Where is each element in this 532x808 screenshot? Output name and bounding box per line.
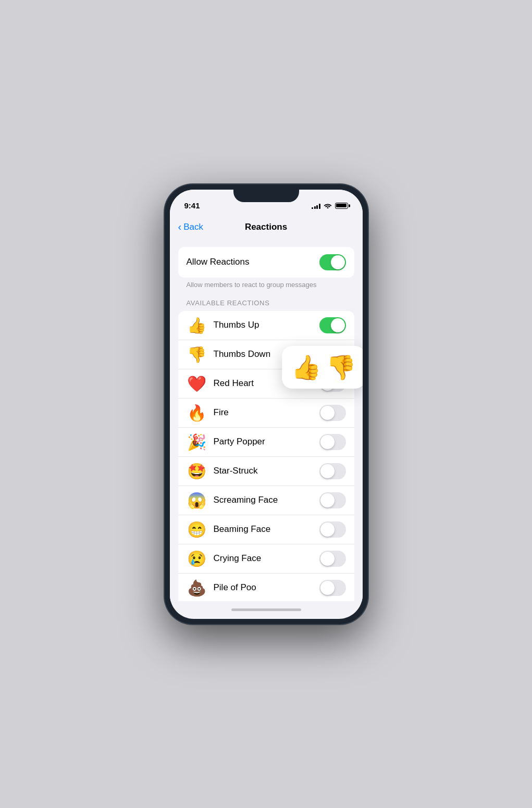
page-title: Reactions bbox=[245, 222, 287, 232]
reaction-emoji: 🎉 bbox=[187, 433, 207, 451]
reaction-emoji: 😱 bbox=[187, 491, 207, 509]
reaction-name: Party Popper bbox=[214, 437, 313, 447]
notch bbox=[233, 184, 299, 202]
reaction-row: 🎉Party Popper bbox=[178, 428, 354, 457]
reaction-emoji: ❤️ bbox=[187, 375, 207, 393]
thumbs-down-tooltip-emoji: 👎 bbox=[326, 353, 356, 381]
reaction-emoji: 😢 bbox=[187, 550, 207, 568]
reaction-toggle[interactable] bbox=[319, 405, 346, 421]
allow-reactions-description: Allow members to react to group messages bbox=[187, 281, 354, 289]
reaction-name: Star-Struck bbox=[214, 466, 313, 476]
reaction-row: 😢Crying Face bbox=[178, 544, 354, 574]
thumbs-up-tooltip-emoji: 👍 bbox=[291, 353, 321, 381]
reaction-row: 👍Thumbs Up bbox=[178, 311, 354, 340]
tooltip-overlay: 👍 👎 bbox=[282, 346, 363, 389]
nav-bar: ‹ Back Reactions bbox=[170, 216, 363, 239]
reaction-emoji: 😁 bbox=[187, 520, 207, 539]
chevron-left-icon: ‹ bbox=[178, 221, 182, 233]
toggle-knob bbox=[320, 552, 335, 566]
phone-screen: 9:41 bbox=[170, 190, 363, 619]
reaction-row: 😱Screaming Face bbox=[178, 486, 354, 515]
allow-reactions-card: Allow Reactions bbox=[178, 247, 354, 278]
phone-frame: 9:41 bbox=[165, 184, 368, 624]
allow-reactions-section: Allow Reactions Allow members to react t… bbox=[170, 247, 363, 289]
status-icons bbox=[312, 202, 348, 210]
reaction-name: Fire bbox=[214, 407, 313, 418]
home-bar bbox=[231, 608, 301, 611]
toggle-knob bbox=[320, 523, 335, 537]
reaction-emoji: 🔥 bbox=[187, 404, 207, 422]
reaction-row: 😁Beaming Face bbox=[178, 515, 354, 544]
wifi-icon bbox=[324, 202, 332, 210]
reaction-row: 🤩Star-Struck bbox=[178, 457, 354, 486]
toggle-knob bbox=[320, 493, 335, 507]
reaction-emoji: 💩 bbox=[187, 579, 207, 597]
reaction-toggle[interactable] bbox=[319, 317, 346, 333]
reaction-name: Screaming Face bbox=[214, 495, 313, 505]
home-indicator bbox=[170, 601, 363, 619]
allow-reactions-toggle[interactable] bbox=[319, 254, 346, 270]
signal-icon bbox=[312, 203, 320, 209]
toggle-knob bbox=[331, 255, 345, 269]
available-reactions-header: AVAILABLE REACTIONS bbox=[187, 299, 346, 307]
reaction-toggle[interactable] bbox=[319, 434, 346, 450]
reaction-toggle[interactable] bbox=[319, 521, 346, 538]
toggle-knob bbox=[320, 435, 335, 449]
content-area: Allow Reactions Allow members to react t… bbox=[170, 239, 363, 601]
battery-icon bbox=[335, 203, 348, 209]
reaction-name: Crying Face bbox=[214, 553, 313, 564]
reaction-name: Pile of Poo bbox=[214, 582, 313, 593]
reaction-toggle[interactable] bbox=[319, 580, 346, 596]
reaction-name: Beaming Face bbox=[214, 524, 313, 534]
reaction-toggle[interactable] bbox=[319, 463, 346, 479]
toggle-knob bbox=[320, 406, 335, 420]
allow-reactions-label: Allow Reactions bbox=[187, 257, 250, 267]
emoji-tooltip: 👍 👎 bbox=[282, 346, 363, 389]
reaction-name: Thumbs Up bbox=[214, 320, 313, 330]
toggle-knob bbox=[320, 464, 335, 478]
back-button[interactable]: ‹ Back bbox=[178, 221, 203, 233]
toggle-knob bbox=[331, 318, 345, 332]
status-time: 9:41 bbox=[184, 201, 200, 210]
reaction-row: 🔥Fire bbox=[178, 399, 354, 428]
toggle-knob bbox=[320, 581, 335, 595]
allow-reactions-row: Allow Reactions bbox=[178, 247, 354, 278]
reaction-emoji: 👍 bbox=[187, 316, 207, 334]
reaction-toggle[interactable] bbox=[319, 551, 346, 567]
back-label: Back bbox=[183, 222, 203, 232]
reaction-row: 💩Pile of Poo bbox=[178, 574, 354, 601]
reaction-toggle[interactable] bbox=[319, 492, 346, 508]
available-reactions-section: AVAILABLE REACTIONS 👍Thumbs Up👎Thumbs Do… bbox=[170, 299, 363, 601]
reaction-emoji: 👎 bbox=[187, 345, 207, 364]
reaction-emoji: 🤩 bbox=[187, 462, 207, 480]
